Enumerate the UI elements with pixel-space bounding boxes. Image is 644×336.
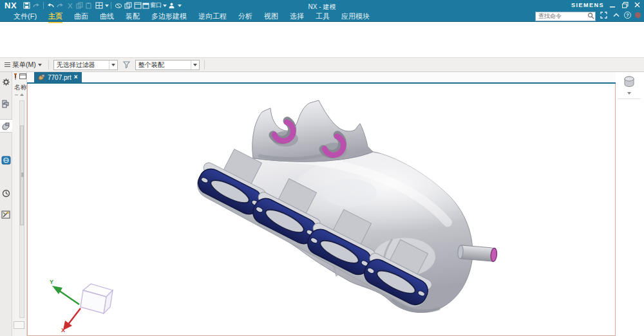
minimize-button[interactable] bbox=[609, 1, 616, 8]
navigator-scrollbar-thumb[interactable] bbox=[20, 126, 24, 225]
top-border-toolbar: 菜单(M) 无选择过滤器 整个装配 bbox=[0, 58, 644, 72]
document-tab-label: 7707.prt bbox=[48, 74, 71, 81]
caret-down-icon bbox=[38, 64, 42, 66]
graphics-column: 7707.prt × bbox=[27, 72, 616, 336]
scrollbar-grip bbox=[21, 173, 24, 177]
fullscreen-icon[interactable] bbox=[600, 11, 608, 19]
separator bbox=[204, 60, 205, 70]
tab-reverse-engineering[interactable]: 逆向工程 bbox=[193, 11, 232, 21]
panel-window-icon[interactable] bbox=[19, 73, 26, 81]
ribbon-tab-bar: 文件(F) 主页 曲面 曲线 装配 多边形建模 逆向工程 分析 视图 选择 工具… bbox=[8, 11, 375, 21]
reuse-library-icon[interactable] bbox=[0, 153, 12, 167]
render-style-gadget-icon[interactable] bbox=[623, 75, 636, 91]
separator bbox=[48, 60, 49, 70]
x-axis-arrow bbox=[68, 308, 80, 325]
navigation-gear-icon[interactable] bbox=[0, 75, 12, 89]
selection-filter-value: 无选择过滤器 bbox=[54, 61, 109, 70]
tab-curve[interactable]: 曲线 bbox=[94, 11, 120, 21]
graphics-viewport[interactable]: Y X bbox=[27, 84, 616, 336]
main-area: 名称 7707.prt × bbox=[0, 72, 644, 336]
minimize-ribbon-icon[interactable] bbox=[612, 11, 620, 19]
caret-down-icon[interactable] bbox=[627, 92, 631, 95]
filter-options-icon[interactable] bbox=[120, 60, 133, 70]
close-button[interactable] bbox=[634, 1, 641, 8]
part-file-icon bbox=[38, 74, 45, 80]
window-controls bbox=[609, 1, 641, 8]
menu-icon bbox=[5, 62, 10, 67]
assembly-navigator-icon[interactable] bbox=[0, 97, 12, 111]
pin-icon[interactable] bbox=[14, 73, 17, 81]
x-axis-label: X bbox=[61, 327, 65, 333]
search-icon[interactable] bbox=[587, 10, 594, 22]
history-icon[interactable] bbox=[0, 187, 12, 200]
menu-button[interactable]: 菜单(M) bbox=[3, 60, 44, 70]
siemens-logo: SIEMENS bbox=[571, 2, 604, 8]
selection-scope-value: 整个装配 bbox=[136, 61, 191, 70]
panel-resize-corner[interactable] bbox=[14, 321, 24, 329]
part-navigator-icon[interactable] bbox=[0, 119, 12, 133]
menu-label: 菜单(M) bbox=[12, 61, 36, 70]
tab-home[interactable]: 主页 bbox=[43, 11, 68, 21]
sort-ascending-icon[interactable] bbox=[20, 93, 24, 96]
navigator-sort-row bbox=[12, 92, 26, 96]
navigator-panel: 名称 bbox=[12, 72, 27, 336]
resource-bar bbox=[0, 72, 12, 336]
command-search-input[interactable] bbox=[535, 12, 596, 21]
dropdown-arrow[interactable] bbox=[191, 61, 199, 70]
close-tab-icon[interactable]: × bbox=[74, 74, 78, 80]
tab-surface[interactable]: 曲面 bbox=[68, 11, 94, 21]
help-icon[interactable]: ? bbox=[624, 12, 631, 19]
caret-down-icon bbox=[193, 64, 197, 66]
orientation-triad: Y X bbox=[43, 271, 120, 333]
title-bar: NX bbox=[0, 0, 644, 22]
tab-file[interactable]: 文件(F) bbox=[8, 11, 43, 21]
selection-filter-dropdown[interactable]: 无选择过滤器 bbox=[53, 60, 118, 70]
tab-analysis[interactable]: 分析 bbox=[232, 11, 258, 21]
y-axis-label: Y bbox=[50, 279, 53, 285]
tab-assembly[interactable]: 装配 bbox=[120, 11, 146, 21]
tab-select[interactable]: 选择 bbox=[284, 11, 310, 21]
command-search-cluster: ? bbox=[535, 9, 641, 21]
ribbon-collapsed-area bbox=[0, 22, 644, 58]
restore-button[interactable] bbox=[621, 1, 629, 8]
navigator-scrollbar-track[interactable] bbox=[19, 100, 24, 318]
document-tab[interactable]: 7707.prt × bbox=[34, 72, 82, 82]
sort-dash-icon bbox=[15, 95, 18, 95]
selection-scope-dropdown[interactable]: 整个装配 bbox=[135, 60, 200, 70]
caret-down-icon bbox=[111, 64, 115, 66]
right-gadget-bar bbox=[616, 72, 643, 336]
system-tools-icon[interactable] bbox=[0, 208, 12, 221]
tab-polygon-modeling[interactable]: 多边形建模 bbox=[146, 11, 193, 21]
status-dot bbox=[635, 12, 641, 18]
navigator-name-header: 名称 bbox=[12, 81, 26, 92]
y-axis-arrow bbox=[59, 290, 79, 304]
tab-tools[interactable]: 工具 bbox=[310, 11, 336, 21]
throttle-saddle-flange[interactable] bbox=[252, 100, 373, 162]
dropdown-arrow[interactable] bbox=[109, 61, 117, 70]
divider bbox=[618, 98, 641, 99]
tab-application-modules[interactable]: 应用模块 bbox=[336, 11, 375, 21]
tab-view[interactable]: 视图 bbox=[258, 11, 284, 21]
document-tab-strip: 7707.prt × bbox=[27, 72, 616, 84]
